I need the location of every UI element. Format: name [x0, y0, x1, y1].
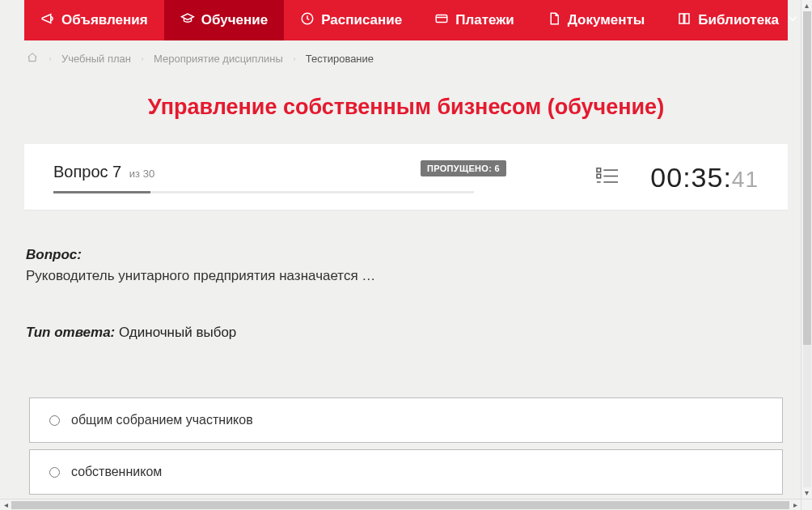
scroll-right-arrow[interactable]: ▸ — [789, 500, 801, 509]
q-prefix: Вопрос — [53, 163, 108, 181]
scrollbar-corner — [801, 499, 812, 510]
timer-sec: 41 — [732, 167, 759, 192]
skipped-label: ПРОПУЩЕНО: — [427, 164, 492, 173]
answer-type-value: Одиночный выбор — [119, 325, 236, 340]
megaphone-icon — [40, 11, 55, 30]
nav-label: Объявления — [61, 12, 148, 28]
answer-choice[interactable]: собственником — [29, 449, 783, 495]
scroll-thumb[interactable] — [803, 11, 811, 345]
q-total: 30 — [143, 168, 154, 180]
q-num-value: 7 — [112, 163, 121, 181]
nav-label: Библиотека — [698, 12, 779, 28]
answer-choice[interactable]: общим собранием участников — [29, 397, 783, 443]
question-status-card: Вопрос 7 из 30 ПРОПУЩЕНО: 6 — [24, 144, 788, 210]
nav-payments[interactable]: Платежи — [418, 0, 531, 40]
question-text: Руководитель унитарного предприятия назн… — [26, 268, 786, 284]
nav-documents[interactable]: Документы — [531, 0, 662, 40]
question-progress: Вопрос 7 из 30 — [53, 163, 474, 193]
answer-radio[interactable] — [49, 415, 60, 426]
chevron-down-icon — [785, 11, 800, 30]
progress-track — [53, 191, 474, 193]
home-icon[interactable] — [26, 52, 39, 66]
nav-label: Документы — [568, 12, 645, 28]
breadcrumb-link[interactable]: Мероприятие дисциплины — [154, 53, 283, 65]
answer-type-label: Тип ответа: — [26, 325, 115, 340]
scroll-thumb[interactable] — [11, 501, 789, 509]
clock-icon — [300, 11, 315, 30]
nav-label: Расписание — [321, 12, 402, 28]
breadcrumb: Учебный план Мероприятие дисциплины Тест… — [24, 40, 788, 74]
question-list-button[interactable] — [595, 166, 620, 190]
scroll-left-arrow[interactable]: ◂ — [0, 500, 11, 509]
q-of-prefix: из — [129, 168, 140, 180]
horizontal-scrollbar[interactable]: ◂ ▸ — [0, 499, 801, 510]
vertical-scrollbar[interactable]: ▴ ▾ — [801, 0, 812, 499]
answer-radio[interactable] — [49, 467, 60, 478]
nav-label: Платежи — [455, 12, 514, 28]
top-nav: Объявления Обучение Расписание Платежи — [24, 0, 788, 40]
doc-icon — [547, 11, 561, 30]
skipped-count: 6 — [494, 164, 499, 173]
question-block: Вопрос: Руководитель унитарного предприя… — [24, 247, 788, 341]
nav-education[interactable]: Обучение — [164, 0, 284, 40]
chevron-right-icon — [139, 53, 146, 65]
timer-main: 00:35: — [650, 162, 732, 193]
scroll-down-arrow[interactable]: ▾ — [805, 487, 809, 499]
chevron-right-icon — [47, 53, 53, 65]
scroll-up-arrow[interactable]: ▴ — [805, 0, 809, 11]
breadcrumb-current: Тестирование — [306, 53, 374, 65]
answer-type: Тип ответа: Одиночный выбор — [26, 325, 786, 341]
answer-choices: общим собранием участников собственником… — [24, 397, 788, 499]
page-scroll[interactable]: Объявления Обучение Расписание Платежи — [0, 0, 812, 499]
svg-rect-4 — [597, 174, 601, 178]
card-icon — [434, 11, 449, 30]
question-label: Вопрос: — [26, 247, 786, 263]
nav-schedule[interactable]: Расписание — [284, 0, 418, 40]
skipped-badge: ПРОПУЩЕНО: 6 — [421, 160, 506, 176]
answer-text: собственником — [71, 465, 162, 479]
content-area: Объявления Обучение Расписание Платежи — [0, 0, 812, 499]
book-icon — [677, 11, 691, 30]
nav-announcements[interactable]: Объявления — [24, 0, 164, 40]
progress-fill — [53, 191, 150, 193]
nav-library[interactable]: Библиотека — [661, 0, 812, 40]
page-title: Управление собственным бизнесом (обучени… — [24, 95, 788, 120]
timer: 00:35:41 — [650, 162, 759, 193]
svg-rect-1 — [436, 15, 447, 22]
chevron-right-icon — [291, 53, 298, 65]
nav-label: Обучение — [201, 12, 268, 28]
question-number: Вопрос 7 из 30 — [53, 163, 474, 181]
svg-rect-2 — [597, 168, 601, 172]
breadcrumb-link[interactable]: Учебный план — [61, 53, 131, 65]
scroll-track[interactable] — [803, 11, 811, 487]
graduation-icon — [180, 11, 195, 30]
answer-text: общим собранием участников — [71, 413, 253, 427]
scroll-track[interactable] — [11, 501, 789, 509]
